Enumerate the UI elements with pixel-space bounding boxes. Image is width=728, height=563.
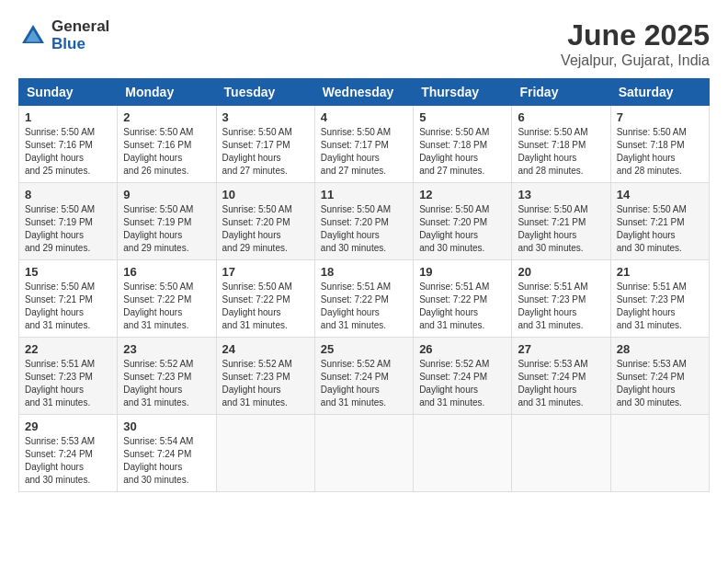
day-number: 28: [617, 342, 703, 356]
table-row: 18 Sunrise: 5:51 AM Sunset: 7:22 PM Dayl…: [314, 260, 413, 338]
table-row: 29 Sunrise: 5:53 AM Sunset: 7:24 PM Dayl…: [19, 415, 118, 492]
table-row: 4 Sunrise: 5:50 AM Sunset: 7:17 PM Dayli…: [314, 106, 413, 183]
day-info: Sunrise: 5:50 AM Sunset: 7:19 PM Dayligh…: [25, 203, 111, 255]
day-info: Sunrise: 5:50 AM Sunset: 7:18 PM Dayligh…: [518, 126, 604, 178]
table-row: 16 Sunrise: 5:50 AM Sunset: 7:22 PM Dayl…: [118, 260, 216, 338]
col-saturday: Saturday: [610, 79, 709, 106]
table-row: [216, 415, 314, 492]
table-row: 19 Sunrise: 5:51 AM Sunset: 7:22 PM Dayl…: [414, 260, 512, 338]
table-row: [414, 415, 512, 492]
col-tuesday: Tuesday: [216, 79, 314, 106]
day-info: Sunrise: 5:54 AM Sunset: 7:24 PM Dayligh…: [123, 435, 210, 487]
day-number: 10: [222, 188, 309, 201]
day-number: 29: [25, 419, 111, 433]
day-number: 7: [617, 110, 703, 124]
table-row: 1 Sunrise: 5:50 AM Sunset: 7:16 PM Dayli…: [19, 106, 118, 183]
day-number: 2: [123, 110, 210, 124]
table-row: 17 Sunrise: 5:50 AM Sunset: 7:22 PM Dayl…: [216, 260, 314, 338]
location-title: Vejalpur, Gujarat, India: [561, 52, 710, 69]
logo-icon: [18, 21, 48, 51]
day-number: 23: [123, 342, 210, 356]
day-number: 17: [222, 265, 309, 279]
day-info: Sunrise: 5:52 AM Sunset: 7:24 PM Dayligh…: [419, 358, 506, 409]
col-monday: Monday: [118, 79, 216, 106]
table-row: 9 Sunrise: 5:50 AM Sunset: 7:19 PM Dayli…: [118, 183, 216, 260]
day-info: Sunrise: 5:52 AM Sunset: 7:23 PM Dayligh…: [222, 358, 309, 409]
page-header: General Blue June 2025 Vejalpur, Gujarat…: [18, 18, 710, 69]
day-info: Sunrise: 5:50 AM Sunset: 7:17 PM Dayligh…: [321, 126, 407, 178]
table-row: 27 Sunrise: 5:53 AM Sunset: 7:24 PM Dayl…: [512, 338, 610, 415]
table-row: 14 Sunrise: 5:50 AM Sunset: 7:21 PM Dayl…: [610, 183, 709, 260]
col-sunday: Sunday: [19, 79, 118, 106]
day-info: Sunrise: 5:50 AM Sunset: 7:20 PM Dayligh…: [321, 203, 407, 255]
day-info: Sunrise: 5:50 AM Sunset: 7:20 PM Dayligh…: [419, 203, 506, 255]
day-number: 13: [518, 188, 604, 201]
day-number: 1: [25, 110, 111, 124]
month-title: June 2025: [561, 18, 710, 52]
table-row: 6 Sunrise: 5:50 AM Sunset: 7:18 PM Dayli…: [512, 106, 610, 183]
table-row: 23 Sunrise: 5:52 AM Sunset: 7:23 PM Dayl…: [118, 338, 216, 415]
day-info: Sunrise: 5:50 AM Sunset: 7:18 PM Dayligh…: [617, 126, 703, 178]
day-info: Sunrise: 5:50 AM Sunset: 7:19 PM Dayligh…: [123, 203, 210, 255]
day-info: Sunrise: 5:51 AM Sunset: 7:22 PM Dayligh…: [419, 281, 506, 332]
day-info: Sunrise: 5:50 AM Sunset: 7:21 PM Dayligh…: [25, 281, 111, 332]
day-info: Sunrise: 5:50 AM Sunset: 7:18 PM Dayligh…: [419, 126, 506, 178]
day-info: Sunrise: 5:52 AM Sunset: 7:23 PM Dayligh…: [123, 358, 210, 409]
table-row: 26 Sunrise: 5:52 AM Sunset: 7:24 PM Dayl…: [414, 338, 512, 415]
col-thursday: Thursday: [414, 79, 512, 106]
table-row: 11 Sunrise: 5:50 AM Sunset: 7:20 PM Dayl…: [314, 183, 413, 260]
day-number: 4: [321, 110, 407, 124]
day-info: Sunrise: 5:53 AM Sunset: 7:24 PM Dayligh…: [617, 358, 703, 409]
day-info: Sunrise: 5:51 AM Sunset: 7:23 PM Dayligh…: [518, 281, 604, 332]
day-number: 30: [123, 419, 210, 433]
title-area: June 2025 Vejalpur, Gujarat, India: [561, 18, 710, 69]
col-wednesday: Wednesday: [314, 79, 413, 106]
day-info: Sunrise: 5:50 AM Sunset: 7:20 PM Dayligh…: [222, 203, 309, 255]
table-row: 15 Sunrise: 5:50 AM Sunset: 7:21 PM Dayl…: [19, 260, 118, 338]
day-number: 20: [518, 265, 604, 279]
table-row: 8 Sunrise: 5:50 AM Sunset: 7:19 PM Dayli…: [19, 183, 118, 260]
day-number: 26: [419, 342, 506, 356]
day-number: 3: [222, 110, 309, 124]
day-number: 15: [25, 265, 111, 279]
day-info: Sunrise: 5:51 AM Sunset: 7:22 PM Dayligh…: [321, 281, 407, 332]
day-info: Sunrise: 5:50 AM Sunset: 7:21 PM Dayligh…: [518, 203, 604, 255]
day-number: 11: [321, 188, 407, 201]
table-row: 7 Sunrise: 5:50 AM Sunset: 7:18 PM Dayli…: [610, 106, 709, 183]
calendar-table: Sunday Monday Tuesday Wednesday Thursday…: [18, 78, 710, 492]
day-number: 5: [419, 110, 506, 124]
day-info: Sunrise: 5:50 AM Sunset: 7:22 PM Dayligh…: [123, 281, 210, 332]
table-row: 22 Sunrise: 5:51 AM Sunset: 7:23 PM Dayl…: [19, 338, 118, 415]
logo: General Blue: [18, 18, 109, 52]
day-number: 21: [617, 265, 703, 279]
day-info: Sunrise: 5:50 AM Sunset: 7:16 PM Dayligh…: [123, 126, 210, 178]
day-number: 14: [617, 188, 703, 201]
table-row: 20 Sunrise: 5:51 AM Sunset: 7:23 PM Dayl…: [512, 260, 610, 338]
day-number: 18: [321, 265, 407, 279]
table-row: [512, 415, 610, 492]
day-number: 9: [123, 188, 210, 201]
day-info: Sunrise: 5:50 AM Sunset: 7:21 PM Dayligh…: [617, 203, 703, 255]
table-row: 21 Sunrise: 5:51 AM Sunset: 7:23 PM Dayl…: [610, 260, 709, 338]
table-row: [314, 415, 413, 492]
table-row: 5 Sunrise: 5:50 AM Sunset: 7:18 PM Dayli…: [414, 106, 512, 183]
day-info: Sunrise: 5:51 AM Sunset: 7:23 PM Dayligh…: [25, 358, 111, 409]
table-row: 2 Sunrise: 5:50 AM Sunset: 7:16 PM Dayli…: [118, 106, 216, 183]
col-friday: Friday: [512, 79, 610, 106]
table-row: 12 Sunrise: 5:50 AM Sunset: 7:20 PM Dayl…: [414, 183, 512, 260]
logo-general: General: [51, 18, 109, 36]
logo-blue: Blue: [51, 36, 109, 53]
table-row: 24 Sunrise: 5:52 AM Sunset: 7:23 PM Dayl…: [216, 338, 314, 415]
day-number: 19: [419, 265, 506, 279]
day-info: Sunrise: 5:51 AM Sunset: 7:23 PM Dayligh…: [617, 281, 703, 332]
day-info: Sunrise: 5:50 AM Sunset: 7:17 PM Dayligh…: [222, 126, 309, 178]
logo-text: General Blue: [51, 18, 109, 52]
day-number: 25: [321, 342, 407, 356]
day-info: Sunrise: 5:50 AM Sunset: 7:22 PM Dayligh…: [222, 281, 309, 332]
table-row: 30 Sunrise: 5:54 AM Sunset: 7:24 PM Dayl…: [118, 415, 216, 492]
day-number: 6: [518, 110, 604, 124]
day-info: Sunrise: 5:53 AM Sunset: 7:24 PM Dayligh…: [25, 435, 111, 487]
day-info: Sunrise: 5:53 AM Sunset: 7:24 PM Dayligh…: [518, 358, 604, 409]
day-number: 12: [419, 188, 506, 201]
table-row: 25 Sunrise: 5:52 AM Sunset: 7:24 PM Dayl…: [314, 338, 413, 415]
